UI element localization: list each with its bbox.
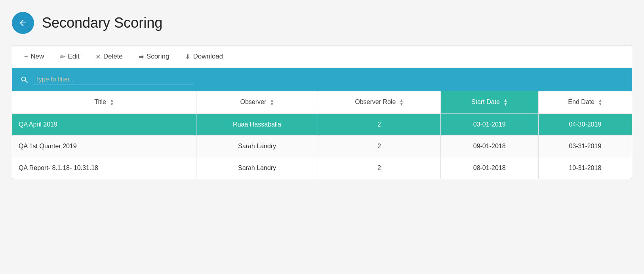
download-icon: ⬇ — [185, 53, 190, 60]
data-table: Title ▲▼ Observer ▲▼ Observer Role ▲▼ — [12, 91, 632, 179]
cell-start_date: 03-01-2019 — [440, 114, 538, 136]
sort-arrows-title: ▲▼ — [110, 98, 114, 106]
cell-observer: Sarah Landry — [196, 136, 318, 157]
edit-label: Edit — [68, 53, 79, 60]
search-bar — [12, 68, 632, 91]
x-icon: ✕ — [95, 53, 101, 60]
cell-start_date: 09-01-2018 — [440, 136, 538, 157]
cell-observer_role: 2 — [318, 114, 440, 136]
new-button[interactable]: + New — [16, 45, 52, 68]
table-row[interactable]: QA April 2019Ruaa Hassaballa203-01-20190… — [12, 114, 632, 136]
cell-observer: Ruaa Hassaballa — [196, 114, 318, 136]
page-title: Secondary Scoring — [42, 15, 162, 31]
col-header-observer-role[interactable]: Observer Role ▲▼ — [318, 91, 440, 114]
table-container: + New ✏ Edit ✕ Delete ➡ Scoring ⬇ Downlo… — [12, 45, 632, 179]
col-header-end-date[interactable]: End Date ▲▼ — [538, 91, 632, 114]
cell-start_date: 08-01-2018 — [440, 157, 538, 179]
cell-end_date: 10-31-2018 — [538, 157, 632, 179]
scoring-icon: ➡ — [139, 53, 144, 60]
cell-observer_role: 2 — [318, 136, 440, 157]
sort-arrows-end-date: ▲▼ — [598, 98, 602, 106]
cell-observer: Sarah Landry — [196, 157, 318, 179]
col-header-title[interactable]: Title ▲▼ — [12, 91, 196, 114]
sort-arrows-start-date: ▲▼ — [503, 98, 507, 106]
table-row[interactable]: QA Report- 8.1.18- 10.31.18Sarah Landry2… — [12, 157, 632, 179]
edit-button[interactable]: ✏ Edit — [52, 45, 87, 68]
col-header-observer[interactable]: Observer ▲▼ — [196, 91, 318, 114]
cell-observer_role: 2 — [318, 157, 440, 179]
scoring-button[interactable]: ➡ Scoring — [131, 45, 177, 68]
scoring-label: Scoring — [147, 53, 170, 60]
delete-label: Delete — [103, 53, 123, 60]
download-button[interactable]: ⬇ Download — [177, 45, 231, 68]
cell-title: QA 1st Quarter 2019 — [12, 136, 196, 157]
delete-button[interactable]: ✕ Delete — [88, 45, 131, 68]
sort-arrows-observer: ▲▼ — [270, 98, 274, 106]
download-label: Download — [193, 53, 223, 60]
col-header-start-date[interactable]: Start Date ▲▼ — [440, 91, 538, 114]
toolbar: + New ✏ Edit ✕ Delete ➡ Scoring ⬇ Downlo… — [12, 45, 632, 68]
pencil-icon: ✏ — [60, 53, 65, 60]
new-label: New — [30, 53, 44, 60]
search-icon — [20, 76, 29, 84]
page-header: Secondary Scoring — [12, 12, 632, 34]
cell-end_date: 04-30-2019 — [538, 114, 632, 136]
plus-icon: + — [24, 53, 28, 60]
cell-title: QA Report- 8.1.18- 10.31.18 — [12, 157, 196, 179]
back-button[interactable] — [12, 12, 34, 34]
search-input[interactable] — [34, 74, 193, 85]
table-row[interactable]: QA 1st Quarter 2019Sarah Landry209-01-20… — [12, 136, 632, 157]
cell-title: QA April 2019 — [12, 114, 196, 136]
table-header-row: Title ▲▼ Observer ▲▼ Observer Role ▲▼ — [12, 91, 632, 114]
sort-arrows-observer-role: ▲▼ — [400, 98, 404, 106]
back-arrow-icon — [18, 18, 28, 28]
cell-end_date: 03-31-2019 — [538, 136, 632, 157]
